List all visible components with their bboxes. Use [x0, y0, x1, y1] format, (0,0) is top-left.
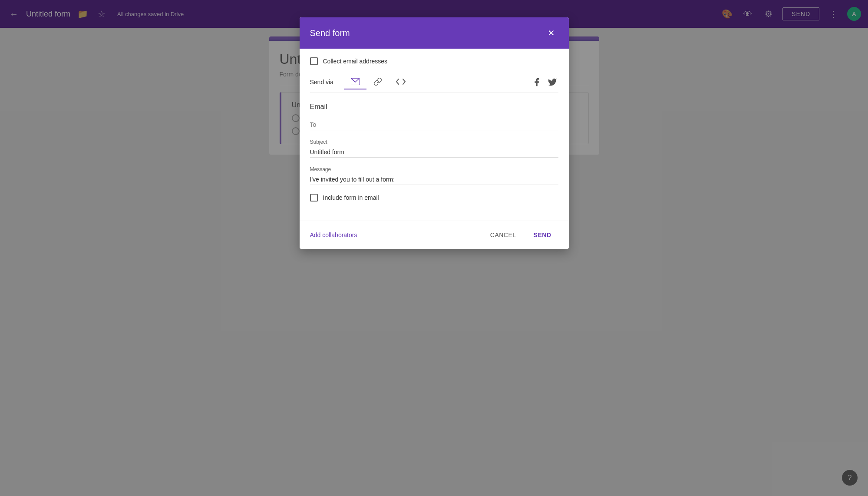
tab-link[interactable]	[366, 74, 389, 90]
include-form-checkbox[interactable]	[310, 194, 318, 202]
close-button[interactable]: ✕	[545, 26, 558, 40]
send-form-dialog: Send form ✕ Collect email addresses Send…	[300, 17, 569, 249]
dialog-footer: Add collaborators CANCEL SEND	[300, 221, 569, 249]
to-field-group	[310, 119, 558, 130]
dialog-header: Send form ✕	[300, 17, 569, 49]
send-via-label: Send via	[310, 79, 333, 86]
message-input[interactable]	[310, 174, 558, 185]
email-section-title: Email	[310, 103, 558, 111]
social-icons	[531, 76, 558, 88]
dialog-send-button[interactable]: SEND	[527, 228, 558, 242]
to-input[interactable]	[310, 119, 558, 130]
message-field-group: Message	[310, 166, 558, 185]
send-via-tabs	[344, 74, 531, 90]
dialog-body: Collect email addresses Send via	[300, 49, 569, 221]
overlay: Send form ✕ Collect email addresses Send…	[0, 0, 868, 496]
collect-email-row: Collect email addresses	[310, 57, 558, 65]
tab-embed[interactable]	[389, 75, 413, 89]
subject-input[interactable]	[310, 147, 558, 158]
cancel-button[interactable]: CANCEL	[483, 228, 523, 242]
footer-actions: CANCEL SEND	[483, 228, 558, 242]
collect-email-checkbox[interactable]	[310, 57, 318, 65]
add-collaborators-link[interactable]: Add collaborators	[310, 231, 357, 238]
message-label: Message	[310, 166, 558, 172]
twitter-icon[interactable]	[546, 76, 558, 88]
tab-email[interactable]	[344, 75, 366, 89]
dialog-title: Send form	[310, 28, 350, 38]
send-via-row: Send via	[310, 74, 558, 93]
include-form-row: Include form in email	[310, 194, 558, 202]
include-form-label: Include form in email	[323, 194, 379, 201]
facebook-icon[interactable]	[531, 76, 543, 88]
collect-email-label: Collect email addresses	[323, 58, 388, 65]
subject-label: Subject	[310, 139, 558, 145]
subject-field-group: Subject	[310, 139, 558, 158]
